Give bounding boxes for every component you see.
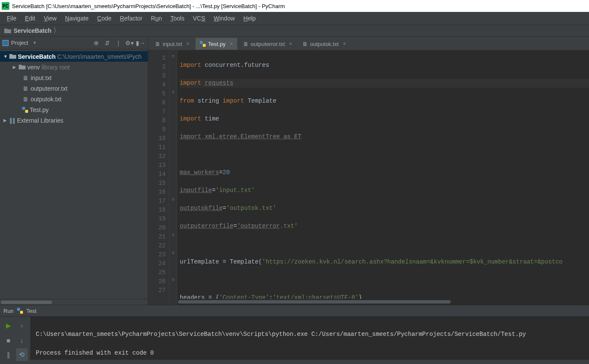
- run-config-name: Test: [26, 308, 37, 314]
- run-console[interactable]: C:\Users\maarten_smeets\PycharmProjects\…: [31, 317, 589, 360]
- text-file-icon: 🗎: [243, 41, 248, 47]
- python-file-icon: [22, 107, 28, 113]
- scrollbar-thumb[interactable]: [1, 301, 52, 304]
- run-toolwindow-header[interactable]: Run Test: [0, 305, 589, 317]
- menu-refactor[interactable]: Refactor: [117, 14, 146, 23]
- tree-venv[interactable]: ▶ venv library root: [0, 62, 148, 72]
- titlebar: PC ServiceBatch [C:\Users\maarten_smeets…: [0, 0, 589, 12]
- menu-navigate[interactable]: Navigate: [62, 14, 92, 23]
- window-title: ServiceBatch [C:\Users\maarten_smeets\Py…: [12, 3, 285, 9]
- tree-file-input[interactable]: 🗎 input.txt: [0, 72, 148, 83]
- libraries-icon: ∥∥: [9, 117, 15, 124]
- rerun-icon[interactable]: ▶: [3, 319, 14, 332]
- close-icon[interactable]: ×: [187, 41, 190, 47]
- gutter-fold: ⊟⊟⊟⊟⊟⊟: [170, 50, 177, 305]
- tab-test[interactable]: Test.py ×: [195, 38, 237, 50]
- python-file-icon: [200, 41, 206, 47]
- python-file-icon: [17, 308, 23, 314]
- gear-icon[interactable]: ⚙▾: [125, 38, 134, 48]
- scrollbar-thumb[interactable]: [178, 300, 451, 304]
- menu-window[interactable]: Window: [210, 14, 238, 23]
- breadcrumb: ServiceBatch 〉: [0, 25, 589, 37]
- project-view-dropdown-icon[interactable]: ▼: [32, 40, 37, 45]
- chevron-down-icon[interactable]: ▼: [3, 54, 9, 59]
- menu-help[interactable]: Help: [240, 14, 259, 23]
- gutter-linenumbers: 1234567891011121314151617181920212223242…: [148, 50, 170, 305]
- down-icon[interactable]: ↓: [16, 334, 28, 347]
- console-line: Process finished with exit code 0: [36, 350, 154, 356]
- tab-input[interactable]: 🗎 input.txt ×: [151, 38, 194, 50]
- project-tree[interactable]: ▼ ServiceBatch C:\Users\maarten_smeets\P…: [0, 49, 148, 299]
- project-view-icon[interactable]: [3, 40, 9, 46]
- tree-root[interactable]: ▼ ServiceBatch C:\Users\maarten_smeets\P…: [0, 51, 148, 62]
- run-controls: ▶ ↑ ■ ↓ ‖ ⟲: [0, 317, 31, 360]
- tab-outputok[interactable]: 🗎 outputok.txt ×: [298, 38, 350, 50]
- folder-icon: [19, 64, 26, 70]
- project-view-title[interactable]: Project: [11, 40, 28, 46]
- menu-edit[interactable]: Edit: [22, 14, 39, 23]
- menu-view[interactable]: View: [40, 14, 60, 23]
- editor-tabbar: 🗎 input.txt × Test.py × 🗎 outputerror.tx…: [148, 37, 589, 50]
- run-title: Run: [3, 308, 14, 314]
- text-file-icon: 🗎: [22, 85, 29, 92]
- chevron-right-icon[interactable]: ▶: [3, 118, 9, 123]
- tree-external-libraries[interactable]: ▶ ∥∥ External Libraries: [0, 115, 148, 126]
- stop-icon[interactable]: ■: [3, 334, 14, 347]
- text-file-icon: 🗎: [22, 96, 29, 103]
- chevron-right-icon: 〉: [53, 26, 60, 35]
- menubar: File Edit View Navigate Code Refactor Ru…: [0, 12, 589, 25]
- menu-vcs[interactable]: VCS: [190, 14, 209, 23]
- text-file-icon: 🗎: [155, 41, 160, 47]
- tab-outputerror[interactable]: 🗎 outputerror.txt ×: [239, 38, 296, 50]
- folder-icon: [4, 28, 11, 34]
- close-icon[interactable]: ×: [230, 41, 233, 47]
- breadcrumb-root[interactable]: ServiceBatch: [14, 27, 52, 34]
- pycharm-app-icon: PC: [2, 2, 9, 10]
- tree-file-outputok[interactable]: 🗎 outputok.txt: [0, 94, 148, 104]
- menu-file[interactable]: File: [3, 14, 20, 23]
- menu-code[interactable]: Code: [94, 14, 115, 23]
- menu-tools[interactable]: Tools: [167, 14, 188, 23]
- code-content[interactable]: import concurrent.futures import request…: [177, 50, 589, 305]
- text-file-icon: 🗎: [22, 75, 29, 81]
- code-editor[interactable]: 1234567891011121314151617181920212223242…: [148, 50, 589, 305]
- editor: 🗎 input.txt × Test.py × 🗎 outputerror.tx…: [148, 37, 589, 305]
- pause-icon[interactable]: ‖: [3, 348, 14, 361]
- collapse-icon[interactable]: ⇵: [103, 38, 112, 48]
- text-file-icon: 🗎: [302, 41, 307, 47]
- chevron-right-icon[interactable]: ▶: [13, 65, 19, 69]
- restart-icon[interactable]: ⟲: [16, 348, 28, 361]
- menu-run[interactable]: Run: [148, 14, 166, 23]
- sidebar-scrollbar[interactable]: [0, 299, 148, 305]
- tree-file-testpy[interactable]: Test.py: [0, 104, 148, 115]
- project-tool-window: Project ▼ ⊕ ⇵ | ⚙▾ ▮→ ▼ ServiceBatch C:\…: [0, 37, 148, 305]
- editor-scrollbar[interactable]: [177, 299, 584, 305]
- locate-icon[interactable]: ⊕: [92, 38, 101, 48]
- folder-icon: [9, 54, 16, 59]
- close-icon[interactable]: ×: [343, 41, 346, 47]
- project-header: Project ▼ ⊕ ⇵ | ⚙▾ ▮→: [0, 37, 148, 49]
- hide-icon[interactable]: ▮→: [136, 38, 145, 48]
- console-line: C:\Users\maarten_smeets\PycharmProjects\…: [36, 331, 526, 338]
- tree-file-outputerror[interactable]: 🗎 outputerror.txt: [0, 83, 148, 94]
- close-icon[interactable]: ×: [289, 41, 292, 47]
- run-toolwindow: ▶ ↑ ■ ↓ ‖ ⟲ C:\Users\maarten_smeets\Pych…: [0, 317, 589, 360]
- workspace: Project ▼ ⊕ ⇵ | ⚙▾ ▮→ ▼ ServiceBatch C:\…: [0, 37, 589, 305]
- up-icon[interactable]: ↑: [16, 319, 28, 332]
